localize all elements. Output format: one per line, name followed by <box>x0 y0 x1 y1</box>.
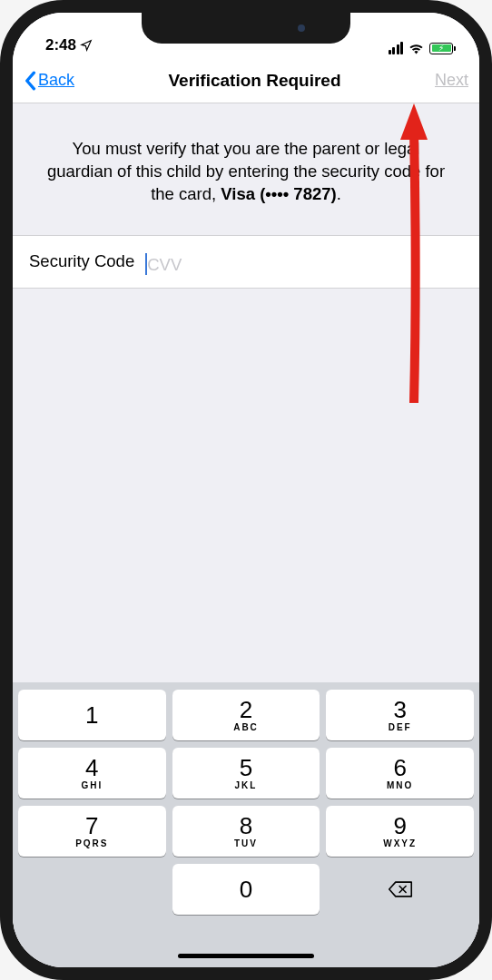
text-cursor <box>145 253 147 275</box>
next-button[interactable]: Next <box>435 71 468 90</box>
key-2[interactable]: 2 ABC <box>172 690 320 740</box>
backspace-icon <box>388 880 413 898</box>
key-backspace[interactable] <box>326 864 474 915</box>
security-code-row[interactable]: Security Code <box>13 235 479 289</box>
content-spacer <box>13 289 479 682</box>
key-8[interactable]: 8 TUV <box>172 806 320 857</box>
key-0[interactable]: 0 <box>172 864 320 915</box>
key-3[interactable]: 3 DEF <box>326 690 474 740</box>
security-code-input[interactable] <box>145 255 463 275</box>
verification-description: You must verify that you are the parent … <box>13 103 479 235</box>
key-7[interactable]: 7 PQRS <box>18 806 166 857</box>
key-5[interactable]: 5 JKL <box>172 748 320 799</box>
battery-icon: ⚡︎ <box>429 43 456 54</box>
card-label: Visa (•••• 7827) <box>221 184 336 203</box>
numeric-keypad: 1 2 ABC 3 DEF 4 GHI 5 J <box>13 682 479 967</box>
page-title: Verification Required <box>168 71 340 91</box>
status-time: 2:48 <box>45 36 76 54</box>
home-indicator[interactable] <box>178 954 314 958</box>
key-6[interactable]: 6 MNO <box>326 748 474 799</box>
key-4[interactable]: 4 GHI <box>18 748 166 799</box>
notch <box>142 13 350 44</box>
signal-icon <box>389 42 404 54</box>
back-button[interactable]: Back <box>24 71 74 91</box>
phone-frame: 2:48 ⚡︎ <box>0 0 492 980</box>
key-blank <box>18 864 166 915</box>
location-icon <box>80 39 93 52</box>
security-code-label: Security Code <box>29 251 134 271</box>
key-1[interactable]: 1 <box>18 690 166 740</box>
wifi-icon <box>408 42 424 54</box>
back-label: Back <box>38 71 74 90</box>
key-9[interactable]: 9 WXYZ <box>326 806 474 857</box>
chevron-left-icon <box>24 71 36 91</box>
nav-bar: Back Verification Required Next <box>13 58 479 103</box>
